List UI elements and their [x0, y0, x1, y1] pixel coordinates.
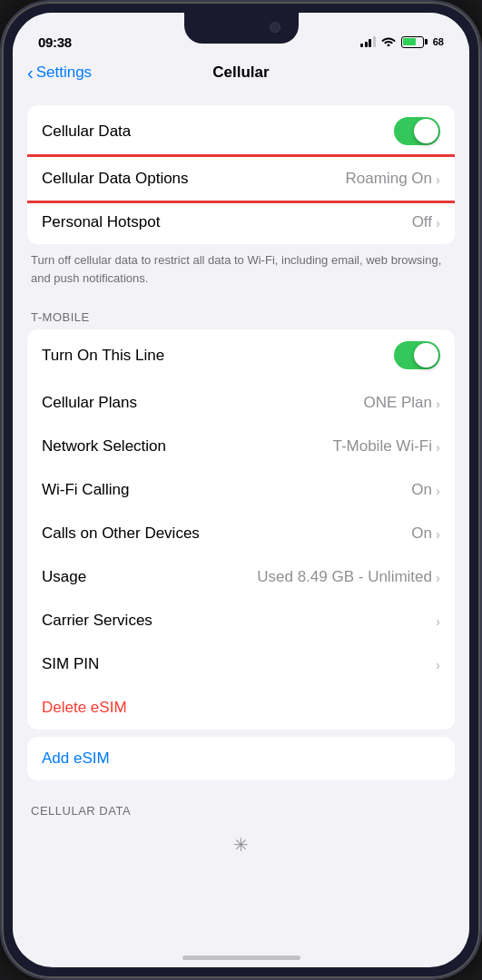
cellular-data-options-value: Roaming On — [346, 170, 432, 188]
cellular-data-options-label: Cellular Data Options — [42, 170, 189, 188]
delete-esim-label: Delete eSIM — [42, 699, 127, 717]
network-selection-value: T-Mobile Wi-Fi — [332, 437, 432, 456]
cellular-plans-row[interactable]: Cellular Plans ONE Plan › — [27, 381, 455, 425]
cellular-data-options-row[interactable]: Cellular Data Options Roaming On › — [27, 157, 455, 201]
chevron-right-icon: › — [436, 613, 440, 629]
phone-frame: 09:38 — [0, 0, 482, 980]
toggle-thumb — [414, 119, 438, 143]
wifi-calling-row[interactable]: Wi-Fi Calling On › — [27, 468, 455, 512]
add-esim-section: Add eSIM — [13, 737, 469, 780]
signal-bar-4 — [373, 36, 376, 47]
cellular-data-options-right: Roaming On › — [346, 170, 440, 188]
wifi-calling-value: On — [411, 481, 432, 499]
tmobile-section-label: T-MOBILE — [13, 303, 469, 329]
chevron-right-icon: › — [436, 439, 440, 455]
add-esim-row[interactable]: Add eSIM — [27, 737, 455, 780]
usage-right: Used 8.49 GB - Unlimited › — [257, 568, 440, 586]
cellular-plans-right: ONE Plan › — [363, 394, 440, 412]
tmobile-section: T-MOBILE Turn On This Line Cellular Plan… — [13, 303, 469, 730]
carrier-services-label: Carrier Services — [42, 612, 152, 630]
cellular-plans-value: ONE Plan — [363, 394, 432, 412]
sim-pin-label: SIM PIN — [42, 655, 99, 673]
calls-other-devices-row[interactable]: Calls on Other Devices On › — [27, 512, 455, 555]
chevron-right-icon: › — [436, 657, 440, 672]
usage-value: Used 8.49 GB - Unlimited — [257, 568, 432, 586]
cellular-data-bottom-section: CELLULAR DATA ✳ — [13, 788, 469, 867]
cellular-data-row: Cellular Data — [27, 105, 455, 157]
battery-tip — [425, 39, 428, 44]
spinner-icon: ✳ — [233, 834, 249, 856]
chevron-right-icon: › — [436, 215, 440, 230]
cellular-data-label: Cellular Data — [42, 122, 131, 141]
camera-dot — [270, 22, 280, 33]
signal-bar-3 — [369, 39, 371, 47]
back-button[interactable]: ‹ Settings — [27, 64, 92, 82]
calls-other-devices-label: Calls on Other Devices — [42, 524, 200, 543]
top-section: Cellular Data Cellular Data Options Roam… — [13, 105, 469, 296]
chevron-right-icon: › — [436, 526, 440, 542]
delete-esim-row[interactable]: Delete eSIM — [27, 686, 455, 730]
notch — [184, 13, 299, 44]
wifi-calling-right: On › — [411, 481, 440, 499]
battery-icon — [401, 36, 428, 48]
chevron-right-icon: › — [436, 396, 440, 411]
turn-on-line-label: Turn On This Line — [42, 347, 164, 365]
cellular-plans-label: Cellular Plans — [42, 394, 137, 412]
status-icons: 68 — [360, 34, 444, 49]
turn-on-line-row: Turn On This Line — [27, 329, 455, 381]
wifi-calling-label: Wi-Fi Calling — [42, 481, 129, 499]
chevron-right-icon: › — [436, 483, 440, 498]
network-selection-right: T-Mobile Wi-Fi › — [332, 437, 440, 456]
loading-spinner: ✳ — [13, 823, 469, 867]
nav-header: ‹ Settings Cellular — [13, 58, 469, 91]
cellular-data-section-label: CELLULAR DATA — [13, 788, 469, 823]
status-time: 09:38 — [38, 34, 72, 50]
personal-hotspot-right: Off › — [412, 213, 440, 231]
personal-hotspot-value: Off — [412, 213, 432, 231]
carrier-services-right: › — [436, 613, 440, 629]
page-title: Cellular — [212, 64, 269, 82]
back-label: Settings — [36, 64, 92, 82]
carrier-services-row[interactable]: Carrier Services › — [27, 599, 455, 642]
phone-screen: 09:38 — [13, 13, 469, 967]
network-selection-row[interactable]: Network Selection T-Mobile Wi-Fi › — [27, 425, 455, 468]
battery-level: 68 — [433, 36, 444, 47]
home-indicator — [182, 956, 300, 960]
personal-hotspot-label: Personal Hotspot — [42, 213, 160, 231]
signal-bars-icon — [360, 36, 376, 47]
battery-fill — [403, 38, 416, 45]
signal-bar-2 — [365, 42, 368, 47]
sim-pin-right: › — [436, 657, 440, 672]
calls-other-devices-value: On — [411, 524, 432, 543]
cellular-data-toggle[interactable] — [394, 117, 440, 145]
usage-row[interactable]: Usage Used 8.49 GB - Unlimited › — [27, 555, 455, 599]
calls-other-devices-right: On › — [411, 524, 440, 543]
back-chevron-icon: ‹ — [27, 64, 34, 82]
network-selection-label: Network Selection — [42, 437, 166, 456]
scroll-content: Cellular Data Cellular Data Options Roam… — [13, 91, 469, 955]
sim-pin-row[interactable]: SIM PIN › — [27, 642, 455, 686]
wifi-icon — [381, 34, 396, 49]
toggle-thumb — [414, 343, 438, 368]
battery-body — [401, 36, 424, 48]
add-esim-list-group: Add eSIM — [27, 737, 455, 780]
cellular-data-note: Turn off cellular data to restrict all d… — [13, 244, 469, 296]
turn-on-line-toggle[interactable] — [394, 341, 440, 369]
signal-bar-1 — [360, 44, 363, 47]
chevron-right-icon: › — [436, 570, 440, 585]
usage-label: Usage — [42, 568, 86, 586]
chevron-right-icon: › — [436, 172, 440, 187]
tmobile-list-group: Turn On This Line Cellular Plans ONE Pla… — [27, 329, 455, 730]
top-list-group: Cellular Data Cellular Data Options Roam… — [27, 105, 455, 244]
personal-hotspot-row[interactable]: Personal Hotspot Off › — [27, 201, 455, 244]
add-esim-label: Add eSIM — [42, 750, 110, 768]
